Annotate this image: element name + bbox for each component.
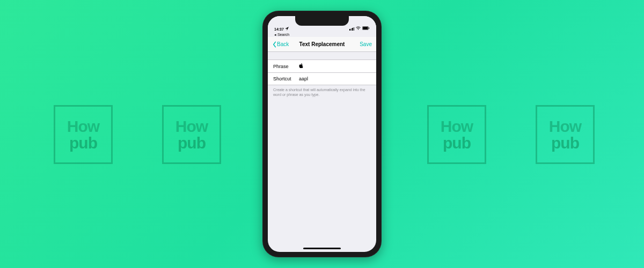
phone-screen: 14:37 ◂ Search Back [268, 16, 376, 252]
chevron-left-icon [272, 41, 277, 48]
watermark-logo: Howpub [536, 105, 595, 164]
svg-point-0 [358, 29, 358, 29]
breadcrumb-search[interactable]: ◂ Search [268, 32, 376, 37]
phrase-label: Phrase [273, 64, 299, 69]
apple-logo-icon [299, 64, 303, 69]
nav-bar: Back Text Replacement Save [268, 37, 376, 52]
page-title: Text Replacement [299, 41, 345, 47]
save-button[interactable]: Save [360, 41, 372, 47]
location-icon [285, 27, 289, 31]
shortcut-row[interactable]: Shortcut aapl [268, 73, 376, 85]
cellular-icon [349, 27, 354, 31]
status-time: 14:37 [274, 27, 284, 31]
shortcut-input[interactable]: aapl [299, 76, 371, 81]
watermark-logo: Howpub [54, 105, 113, 164]
phone-frame: 14:37 ◂ Search Back [262, 11, 382, 257]
wifi-icon [356, 26, 361, 31]
svg-rect-3 [369, 27, 369, 28]
phone-notch [295, 16, 349, 26]
battery-icon [362, 26, 370, 31]
svg-rect-2 [363, 27, 368, 29]
back-button[interactable]: Back [272, 41, 289, 48]
shortcut-label: Shortcut [273, 76, 299, 81]
phrase-row[interactable]: Phrase [268, 59, 376, 73]
phrase-input[interactable] [299, 63, 371, 69]
hint-text: Create a shortcut that will automaticall… [268, 85, 376, 97]
home-indicator[interactable] [303, 248, 341, 249]
chevron-left-icon: ◂ [274, 33, 276, 36]
watermark-logo: Howpub [162, 105, 221, 164]
watermark-logo: Howpub [427, 105, 486, 164]
